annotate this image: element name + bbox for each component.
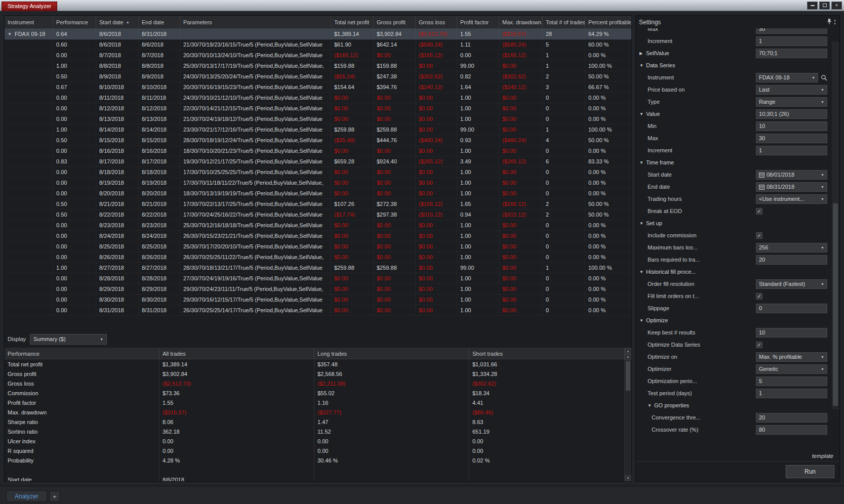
table-row[interactable]: 0.008/12/20188/12/201822/30/70/14/21/12/… [5, 103, 631, 114]
scroll-up-icon[interactable]: ▲ [833, 19, 836, 22]
expand-down-icon[interactable]: ▼ [639, 318, 646, 323]
table-row[interactable]: 0.508/15/20188/15/201828/30/70/18/19/12/… [5, 135, 631, 146]
expand-down-icon[interactable]: ▼ [639, 221, 646, 226]
column-header-profit-factor[interactable]: Profit factor [457, 16, 499, 28]
summary-row[interactable]: Gross profit$3,902.84$2,568.56$1,334.28 [5, 369, 625, 379]
table-row[interactable]: ▼FDAX 09-180.648/6/20188/31/2018$1,389.1… [5, 29, 631, 39]
summary-row[interactable]: R squared0.000.000.00 [5, 446, 625, 455]
summary-column-header-short-trades[interactable]: Short trades [469, 348, 625, 359]
expand-down-icon[interactable]: ▼ [648, 403, 654, 408]
value-input[interactable]: 10;30;1 (26) [756, 109, 827, 119]
expand-right-icon[interactable]: ▶ [639, 51, 646, 56]
summary-row[interactable]: Gross loss($2,513.70)($2,211.08)($302.62… [5, 379, 625, 388]
summary-row[interactable]: Sharpe ratio8.061.478.63 [5, 417, 625, 427]
search-icon[interactable] [821, 74, 827, 81]
scroll-down-icon[interactable]: ▼ [625, 354, 631, 360]
convergence-thre-input[interactable]: 20 [756, 413, 827, 423]
max-input[interactable]: 30 [756, 28, 827, 34]
tab-analyzer[interactable]: Analyzer [6, 490, 47, 502]
column-header-gross-loss[interactable]: Gross loss [416, 16, 457, 28]
scroll-up-icon[interactable]: ▲ [625, 348, 631, 354]
keep-best-results-input[interactable]: 10 [756, 328, 827, 338]
column-header-total-of-trades[interactable]: Total # of trades [543, 16, 585, 28]
add-tab-button[interactable]: + [49, 491, 60, 502]
type-dropdown[interactable]: Range▼ [756, 97, 827, 107]
summary-column-header-performance[interactable]: Performance [5, 348, 159, 359]
end-date-date-picker[interactable]: 08/31/2018▼ [756, 182, 827, 192]
summary-column-header-long-trades[interactable]: Long trades [314, 348, 469, 359]
order-fill-resolution-dropdown[interactable]: Standard (Fastest)▼ [756, 279, 827, 289]
column-header-instrument[interactable]: Instrument [5, 16, 53, 28]
trading-hours-dropdown[interactable]: <Use instrument...▼ [756, 194, 827, 204]
table-row[interactable]: 1.008/27/20188/27/201828/30/70/18/13/21/… [5, 263, 631, 273]
table-row[interactable]: 0.008/16/20188/16/201818/30/70/10/20/21/… [5, 146, 631, 156]
table-row[interactable]: 0.508/22/20188/22/201817/30/70/24/25/16/… [5, 209, 631, 220]
table-row[interactable]: 1.008/8/20188/8/201825/30/70/13/17/17/19… [5, 61, 631, 71]
window-title-tab[interactable]: Strategy Analyzer [2, 2, 57, 11]
fill-limit-orders-on-t-checkbox[interactable]: ✓ [756, 293, 762, 300]
table-row[interactable]: 0.008/13/20188/13/201821/30/70/24/19/18/… [5, 114, 631, 124]
table-row[interactable]: 0.508/21/20188/21/201817/30/70/22/13/17/… [5, 199, 631, 209]
table-row[interactable]: 0.008/26/20188/26/201826/30/70/25/25/11/… [5, 252, 631, 263]
table-row[interactable]: 0.008/24/20188/24/201826/30/70/15/23/21/… [5, 231, 631, 241]
column-header-start-date[interactable]: Start date▲ [96, 16, 139, 28]
optimizer-dropdown[interactable]: Genetic▼ [756, 364, 827, 374]
column-header-total-net-profit[interactable]: Total net profit [331, 16, 374, 28]
table-row[interactable]: 0.008/28/20188/28/201827/30/70/24/19/19/… [5, 273, 631, 284]
scroll-down-icon[interactable]: ▼ [625, 475, 631, 481]
increment-input[interactable]: 1 [756, 36, 827, 46]
scrollbar-thumb[interactable] [626, 361, 630, 391]
table-row[interactable]: 0.838/17/20188/17/201819/30/70/12/21/17/… [5, 156, 631, 167]
start-date-date-picker[interactable]: 08/01/2018▼ [756, 170, 827, 180]
max-input[interactable]: 30 [756, 134, 827, 143]
summary-scrollbar[interactable]: ▲ ▼ ▼ [625, 348, 631, 481]
expand-down-icon[interactable]: ▼ [639, 160, 646, 165]
minimize-button[interactable] [807, 2, 818, 10]
optimization-perio-input[interactable]: 5 [756, 376, 827, 386]
break-at-eod-checkbox[interactable]: ✓ [756, 208, 762, 215]
maximum-bars-loo-dropdown[interactable]: 256▼ [756, 243, 827, 253]
summary-row[interactable]: Sortino ratio362.1811.52651.19 [5, 427, 625, 436]
include-commission-checkbox[interactable]: ✓ [756, 232, 762, 239]
table-row[interactable]: 0.678/10/20188/10/201820/30/70/16/19/15/… [5, 82, 631, 93]
table-row[interactable]: 0.008/20/20188/20/201818/30/70/13/19/19/… [5, 188, 631, 199]
crossover-rate-input[interactable]: 80 [756, 425, 827, 435]
price-based-on-dropdown[interactable]: Last▼ [756, 85, 827, 95]
summary-row[interactable]: Total net profit$1,389.14$357.48$1,031.6… [5, 359, 625, 369]
summary-row[interactable]: Max. drawdown($316.57)($327.77)($86.46) [5, 407, 625, 417]
table-row[interactable]: 0.008/19/20188/19/201817/30/70/11/18/11/… [5, 178, 631, 188]
summary-row[interactable]: Profit factor1.551.164.41 [5, 398, 625, 407]
summary-row[interactable]: Probability4.28 %30.46 %0.02 % [5, 455, 625, 465]
table-row[interactable]: 0.608/6/20188/6/201821/30/70/18/23/16/15… [5, 39, 631, 50]
table-row[interactable]: 0.008/11/20188/11/201824/30/70/10/21/12/… [5, 93, 631, 103]
table-row[interactable]: 0.008/25/20188/25/201825/30/70/17/20/20/… [5, 241, 631, 252]
table-row[interactable]: 1.008/14/20188/14/201823/30/70/21/17/12/… [5, 124, 631, 135]
table-row[interactable]: 0.008/29/20188/29/201829/30/70/24/23/11/… [5, 284, 631, 295]
column-header-parameters[interactable]: Parameters [180, 16, 331, 28]
instrument-dropdown[interactable]: FDAX 09-18▼ [756, 73, 818, 82]
increment-input[interactable]: 1 [756, 146, 827, 155]
column-header-performance[interactable]: Performance [53, 16, 96, 28]
table-row[interactable]: 0.008/7/20188/7/201820/30/70/10/13/24/10… [5, 50, 631, 61]
summary-row[interactable] [5, 465, 625, 475]
table-row[interactable]: 0.008/31/20188/31/201826/30/70/25/25/14/… [5, 305, 631, 316]
table-row[interactable]: 0.508/9/20188/9/201824/30/70/13/25/20/24… [5, 71, 631, 82]
optimize-on-dropdown[interactable]: Max. % profitable▼ [756, 352, 827, 362]
settings-scrollbar[interactable] [832, 41, 839, 409]
close-button[interactable]: × [831, 2, 842, 10]
pin-icon[interactable] [827, 18, 832, 26]
summary-row[interactable]: Ulcer index0.000.000.00 [5, 436, 625, 446]
row-expander-icon[interactable]: ▼ [8, 32, 12, 36]
bars-required-to-tra-input[interactable]: 20 [756, 255, 827, 265]
column-header-max-drawdown[interactable]: Max. drawdown [499, 16, 543, 28]
expand-down-icon[interactable]: ▼ [639, 270, 646, 274]
template-link[interactable]: template [812, 453, 833, 459]
column-header-percent-profitable[interactable]: Percent profitable [585, 16, 631, 28]
table-row[interactable]: 0.008/18/20188/18/201817/30/70/10/25/25/… [5, 167, 631, 178]
display-select[interactable]: Summary ($) ▼ [30, 334, 107, 345]
optimize-data-series-checkbox[interactable]: ✓ [756, 342, 762, 348]
run-button[interactable]: Run [786, 465, 834, 478]
summary-row[interactable]: Start date8/6/2018 [5, 475, 625, 481]
table-row[interactable]: 0.008/23/20188/23/201825/30/70/12/16/18/… [5, 220, 631, 231]
expand-down-icon[interactable]: ▼ [639, 63, 646, 68]
